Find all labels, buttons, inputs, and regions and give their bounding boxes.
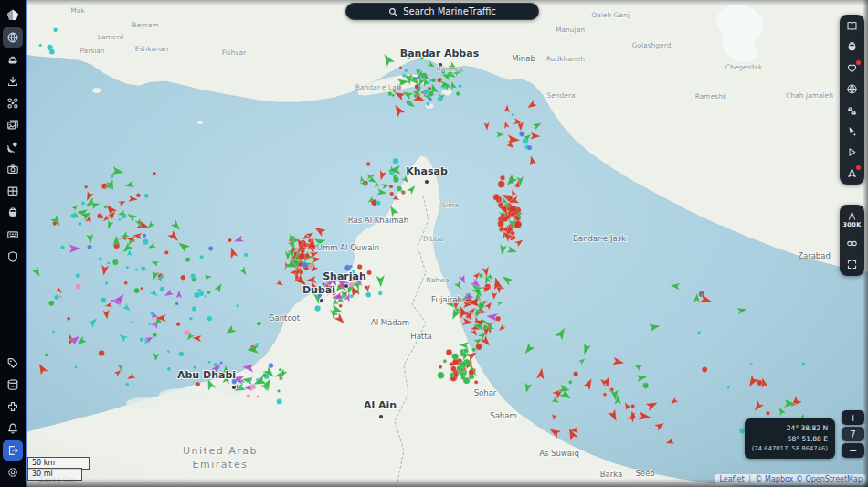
vessel-marker[interactable]	[493, 194, 500, 200]
settings-button[interactable]	[3, 462, 23, 482]
vessel-marker[interactable]	[153, 333, 156, 336]
vessel-marker[interactable]	[167, 350, 170, 353]
vessel-count-button[interactable]: 300K	[842, 206, 863, 232]
vessel-marker[interactable]	[298, 253, 305, 260]
vessel-marker[interactable]	[140, 287, 143, 290]
vessel-marker[interactable]	[498, 181, 505, 188]
vessel-marker[interactable]	[148, 323, 151, 325]
logout-button[interactable]	[3, 440, 23, 461]
vessel-marker[interactable]	[500, 175, 504, 180]
vessel-marker[interactable]	[279, 368, 282, 372]
vessel-marker[interactable]	[438, 96, 443, 101]
vessel-marker[interactable]	[256, 395, 259, 397]
map-canvas[interactable]: Bandar AbbasDubaiSharjahAbu DhabiKhasabA…	[0, 0, 868, 487]
vessel-marker[interactable]	[45, 353, 48, 356]
vessel-marker[interactable]	[257, 322, 261, 326]
vessel-marker[interactable]	[376, 200, 380, 205]
vessel-marker[interactable]	[302, 262, 308, 268]
vessel-marker[interactable]	[143, 239, 148, 245]
vessel-marker[interactable]	[429, 91, 434, 97]
vessel-marker[interactable]	[141, 266, 145, 270]
vessel-marker[interactable]	[378, 291, 382, 295]
vessel-marker[interactable]	[191, 273, 196, 278]
vessel-marker[interactable]	[199, 255, 203, 259]
vessel-marker[interactable]	[483, 325, 488, 330]
vessel-marker[interactable]	[178, 352, 184, 357]
vessel-marker[interactable]	[125, 383, 129, 386]
vessel-marker[interactable]	[207, 360, 211, 364]
vessel-marker[interactable]	[39, 44, 42, 47]
vessel-marker[interactable]	[527, 145, 532, 150]
ports-button[interactable]	[3, 203, 23, 223]
vessel-marker[interactable]	[144, 194, 149, 198]
vessel-marker[interactable]	[181, 275, 186, 281]
vessel-marker[interactable]	[99, 350, 105, 356]
navigate-button[interactable]	[842, 164, 863, 183]
vessel-marker[interactable]	[99, 257, 102, 260]
vessel-marker[interactable]	[112, 259, 118, 265]
tags-button[interactable]	[3, 353, 23, 373]
vessel-marker[interactable]	[472, 348, 476, 352]
vessel-marker[interactable]	[58, 295, 62, 299]
vessel-marker[interactable]	[67, 317, 70, 321]
vessel-marker[interactable]	[426, 102, 429, 106]
vessel-marker[interactable]	[308, 264, 313, 270]
vessel-marker[interactable]	[452, 353, 459, 359]
vessel-marker[interactable]	[495, 316, 501, 322]
vessel-marker[interactable]	[450, 366, 456, 372]
vessel-marker[interactable]	[469, 369, 474, 375]
vessel-marker[interactable]	[750, 363, 753, 365]
vessel-marker[interactable]	[52, 221, 57, 226]
vessel-marker[interactable]	[357, 264, 362, 269]
vessel-marker[interactable]	[365, 286, 368, 290]
vessel-marker[interactable]	[143, 233, 147, 238]
osm-link[interactable]: © OpenStreetMap	[796, 475, 863, 483]
vessel-marker[interactable]	[519, 131, 524, 136]
vessel-marker[interactable]	[474, 380, 478, 384]
vessel-marker[interactable]	[342, 294, 346, 299]
vessel-marker[interactable]	[603, 393, 607, 397]
vessel-marker[interactable]	[457, 366, 461, 371]
vessel-marker[interactable]	[133, 288, 139, 293]
playback-button[interactable]	[842, 143, 863, 162]
vessel-marker[interactable]	[727, 386, 730, 389]
search-bar[interactable]: Search MarineTraffic	[345, 3, 539, 20]
vessel-marker[interactable]	[208, 246, 213, 250]
vessel-marker[interactable]	[399, 66, 402, 69]
vessel-marker[interactable]	[456, 91, 460, 96]
vessel-marker[interactable]	[192, 306, 197, 312]
map-layers-button[interactable]	[842, 16, 863, 36]
vessel-marker[interactable]	[757, 380, 762, 386]
vessel-marker[interactable]	[49, 49, 55, 55]
vessel-marker[interactable]	[236, 304, 239, 308]
vessel-marker[interactable]	[105, 281, 109, 285]
vessel-marker[interactable]	[511, 212, 515, 217]
vessel-marker[interactable]	[48, 301, 54, 306]
vessel-marker[interactable]	[479, 273, 483, 278]
vessel-marker[interactable]	[84, 185, 88, 189]
vessel-marker[interactable]	[438, 372, 445, 379]
vessel-marker[interactable]	[367, 270, 372, 275]
vessel-marker[interactable]	[175, 302, 179, 306]
vessel-marker[interactable]	[239, 385, 243, 388]
vessel-marker[interactable]	[697, 331, 701, 334]
vessel-marker[interactable]	[207, 316, 213, 322]
vessel-marker[interactable]	[801, 362, 805, 365]
vessel-marker[interactable]	[349, 265, 352, 268]
photos-button[interactable]	[3, 115, 23, 135]
vessel-marker[interactable]	[74, 365, 78, 369]
vessel-marker[interactable]	[428, 79, 431, 82]
vessel-marker[interactable]	[350, 294, 354, 298]
vessel-marker[interactable]	[185, 257, 190, 261]
vessel-marker[interactable]	[53, 27, 58, 32]
vessel-marker[interactable]	[314, 305, 320, 311]
vessel-marker[interactable]	[503, 227, 508, 231]
vessel-marker[interactable]	[164, 250, 168, 254]
vessel-marker[interactable]	[476, 344, 482, 350]
vessel-marker[interactable]	[388, 92, 393, 97]
vessel-marker[interactable]	[81, 201, 85, 205]
vessel-marker[interactable]	[478, 303, 484, 310]
notifications-button[interactable]	[3, 418, 23, 439]
zoom-in-button[interactable]: +	[842, 410, 864, 425]
vessel-marker[interactable]	[366, 162, 371, 166]
